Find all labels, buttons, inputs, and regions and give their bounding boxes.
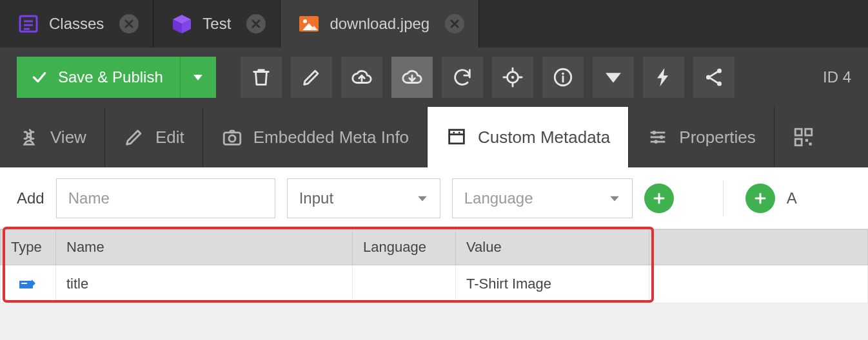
svg-rect-37 [21,283,27,284]
subtab-properties[interactable]: Properties [629,107,774,167]
image-icon [297,12,321,35]
download-button[interactable] [391,57,433,98]
svg-rect-33 [809,143,811,146]
subtab-qr[interactable] [774,107,833,167]
tab-classes[interactable]: Classes [0,0,153,48]
close-icon[interactable] [119,14,139,33]
cell-name[interactable]: title [56,265,353,303]
tab-label: Test [202,15,231,33]
table-row[interactable]: title T-Shirt Image [1,265,868,303]
metadata-icon [446,126,468,148]
svg-point-25 [459,132,460,134]
locate-button[interactable] [492,57,533,98]
target-icon [502,66,524,88]
svg-rect-31 [795,139,802,146]
save-publish-button-group: Save & Publish [17,57,216,98]
sub-tab-strip: View Edit Embedded Meta Info Custom Meta… [0,107,868,167]
subtab-label: View [50,128,86,147]
refresh-button[interactable] [442,57,483,98]
cell-empty [649,265,868,303]
empty-area [0,303,868,340]
record-id: ID 4 [813,68,851,86]
metadata-table-wrap: Type Name Language Value title T-Shirt I… [0,229,868,303]
col-header-empty [649,230,868,265]
upload-button[interactable] [341,57,382,98]
add-label: Add [17,189,44,207]
pencil-icon [123,126,145,148]
check-icon [31,69,48,86]
caret-down-icon [192,71,204,84]
cloud-download-icon [401,66,423,88]
caret-down-icon [609,193,620,204]
subtab-view[interactable]: View [0,107,105,167]
col-header-type[interactable]: Type [1,230,56,265]
svg-rect-23 [449,130,464,135]
save-publish-button[interactable]: Save & Publish [17,57,180,98]
toolbar: Save & Publish ID 4 [0,48,868,107]
trash-icon [250,66,272,88]
svg-point-15 [562,72,564,75]
close-icon[interactable] [246,14,266,33]
subtab-custom-metadata[interactable]: Custom Metadata [428,107,629,167]
svg-point-22 [229,135,235,142]
subtab-label: Embedded Meta Info [253,128,409,147]
svg-rect-36 [19,281,33,288]
more-dropdown[interactable] [593,57,634,98]
svg-rect-32 [805,139,808,142]
svg-point-8 [303,19,307,23]
col-header-name[interactable]: Name [56,230,353,265]
share-button[interactable] [693,57,735,98]
cloud-upload-icon [351,66,373,88]
subtab-edit[interactable]: Edit [105,107,203,167]
cube-icon [170,12,193,35]
svg-point-28 [655,140,658,144]
subtab-label: Properties [679,128,756,147]
name-input[interactable]: Name [56,178,275,218]
svg-point-26 [653,131,656,135]
caret-down-icon [417,193,428,204]
lightning-icon [653,66,675,88]
add-metadata-button[interactable] [644,184,674,213]
plus-icon [753,191,768,206]
svg-point-27 [660,135,664,139]
secondary-label: A [787,189,797,207]
svg-marker-11 [193,75,202,80]
col-header-value[interactable]: Value [456,230,649,265]
language-select-placeholder: Language [464,189,533,207]
tab-download-jpeg[interactable]: download.jpeg [281,0,479,48]
flash-button[interactable] [643,57,684,98]
info-button[interactable] [542,57,584,98]
rename-button[interactable] [291,57,332,98]
pencil-icon [301,66,322,88]
caret-down-icon [602,66,624,88]
svg-rect-29 [795,129,802,135]
tab-label: Classes [49,15,104,33]
divider [723,180,724,216]
camera-icon [221,126,243,148]
tab-test[interactable]: Test [153,0,281,48]
classes-icon [17,12,40,35]
close-icon[interactable] [445,14,464,33]
save-publish-label: Save & Publish [58,68,163,86]
delete-button[interactable] [241,57,282,98]
metadata-table: Type Name Language Value title T-Shirt I… [0,229,868,303]
subtab-embedded-meta[interactable]: Embedded Meta Info [203,107,428,167]
save-publish-dropdown[interactable] [180,57,216,98]
cell-value[interactable]: T-Shirt Image [456,265,649,303]
col-header-language[interactable]: Language [353,230,456,265]
cell-language[interactable] [353,265,456,303]
svg-point-24 [453,132,455,134]
share-icon [703,66,725,88]
language-select[interactable]: Language [452,178,633,218]
svg-point-13 [511,76,514,79]
plus-icon [651,191,667,206]
svg-rect-30 [805,129,812,135]
type-select[interactable]: Input [287,178,440,218]
qr-icon [793,126,814,148]
tab-label: download.jpeg [330,15,429,33]
add-metadata-form: Add Name Input Language A [0,167,868,229]
tab-bar: Classes Test download.jpeg [0,0,868,48]
refresh-icon [451,66,473,88]
add-secondary-button[interactable] [745,184,775,213]
subtab-label: Edit [155,128,184,147]
